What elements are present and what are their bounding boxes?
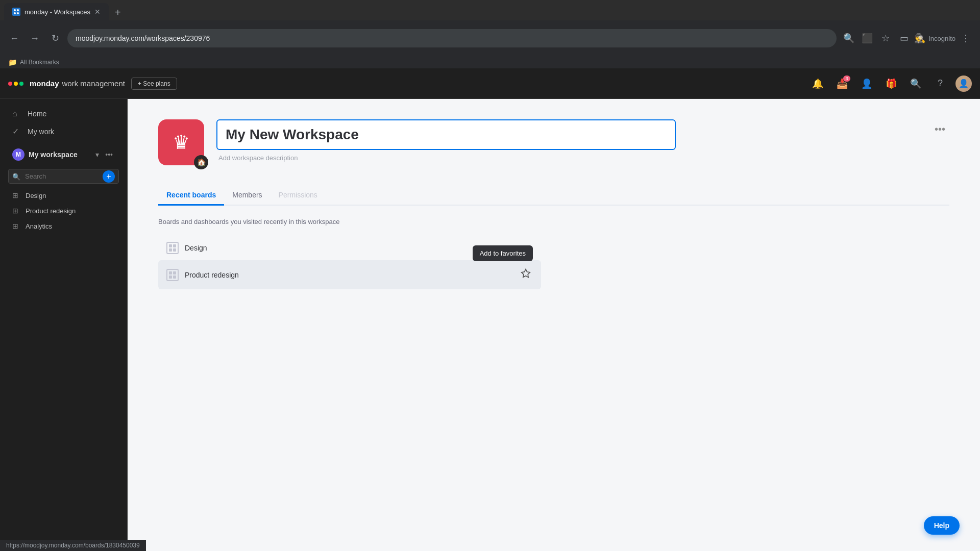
sidebar-item-my-work[interactable]: ✓ My work xyxy=(4,122,123,140)
sidebar: ⌂ Home ✓ My work M My workspace ▾ ••• 🔍 … xyxy=(0,99,128,551)
svg-point-1 xyxy=(17,9,19,11)
my-work-icon: ✓ xyxy=(12,127,22,136)
back-button[interactable]: ← xyxy=(6,30,22,46)
home-icon: ⌂ xyxy=(12,109,22,118)
workspace-avatar: M xyxy=(12,148,24,161)
chrome-menu-btn[interactable]: ⋮ xyxy=(958,30,974,46)
browser-chrome: monday - Workspaces ✕ + ← → ↻ moodjoy.mo… xyxy=(0,0,980,68)
svg-point-2 xyxy=(14,12,16,14)
app-header: monday work management + See plans 🔔 📥 3… xyxy=(0,68,980,99)
board-actions: Add to favorites xyxy=(519,266,533,283)
workspace-header[interactable]: M My workspace ▾ ••• xyxy=(4,144,123,165)
gift-button[interactable]: 🎁 xyxy=(882,74,900,93)
tab-members[interactable]: Members xyxy=(224,186,270,206)
workspace-name-label: My workspace xyxy=(29,151,91,159)
crown-icon: ♛ xyxy=(173,131,190,154)
see-plans-button[interactable]: + See plans xyxy=(131,78,177,90)
design-board-icon xyxy=(166,242,179,254)
profile-button[interactable]: 👤 xyxy=(857,74,876,93)
avatar[interactable]: 👤 xyxy=(955,76,972,92)
home-badge-icon: 🏠 xyxy=(194,155,208,169)
workspace-info: Add workspace description xyxy=(216,119,918,162)
board-item-product-redesign[interactable]: Product redesign Add to favorites xyxy=(158,260,541,289)
workspace-options-button[interactable]: ••• xyxy=(930,119,949,139)
main-area: ⌂ Home ✓ My work M My workspace ▾ ••• 🔍 … xyxy=(0,99,980,551)
boards-list: Design Product redesign Add to favorites xyxy=(158,236,541,289)
inbox-button[interactable]: 📥 3 xyxy=(833,74,851,93)
board-icon-product: ⊞ xyxy=(12,207,21,215)
sidebar-search-icon: 🔍 xyxy=(12,172,20,180)
svg-point-3 xyxy=(17,12,19,14)
design-board-name: Design xyxy=(185,244,207,252)
content-area: ♛ 🏠 Add workspace description ••• Recent… xyxy=(128,99,980,551)
workspace-section: M My workspace ▾ ••• 🔍 + ⊞ Design ⊞ Prod… xyxy=(0,140,127,238)
browser-tab-active[interactable]: monday - Workspaces ✕ xyxy=(4,3,109,20)
extension-btn[interactable]: ⬛ xyxy=(859,30,875,46)
add-board-button[interactable]: + xyxy=(103,170,115,183)
app-logo: monday work management xyxy=(30,79,125,88)
board-icon-design: ⊞ xyxy=(12,191,21,199)
sidebar-item-home[interactable]: ⌂ Home xyxy=(4,105,123,122)
tab-close-btn[interactable]: ✕ xyxy=(94,8,101,16)
help-button[interactable]: Help xyxy=(924,516,960,535)
sidebar-item-product-redesign[interactable]: ⊞ Product redesign xyxy=(4,203,123,218)
tabs-bar: Recent boards Members Permissions xyxy=(158,186,949,206)
bookmarks-bar-label: All Bookmarks xyxy=(20,59,59,66)
status-bar: https://moodjoy.monday.com/boards/183045… xyxy=(0,540,146,551)
svg-point-0 xyxy=(14,9,16,11)
inbox-badge: 3 xyxy=(843,76,850,82)
workspace-title-input[interactable] xyxy=(216,119,676,150)
tab-favicon xyxy=(12,8,20,16)
incognito-indicator: 🕵 Incognito xyxy=(914,33,955,44)
product-board-icon xyxy=(166,269,179,281)
search-header-button[interactable]: 🔍 xyxy=(906,74,925,93)
search-btn[interactable]: 🔍 xyxy=(841,30,857,46)
favorite-button[interactable] xyxy=(519,266,533,283)
chevron-down-icon: ▾ xyxy=(95,151,99,159)
sidebar-item-design[interactable]: ⊞ Design xyxy=(4,188,123,203)
forward-button[interactable]: → xyxy=(27,30,43,46)
svg-marker-4 xyxy=(522,269,530,278)
workspace-header-area: ♛ 🏠 Add workspace description ••• xyxy=(158,119,949,165)
board-icon-analytics: ⊞ xyxy=(12,222,21,230)
url-text: moodjoy.monday.com/workspaces/230976 xyxy=(76,34,210,42)
refresh-button[interactable]: ↻ xyxy=(47,30,63,46)
logo-dots xyxy=(8,82,23,86)
workspace-more-btn[interactable]: ••• xyxy=(103,149,115,160)
notifications-button[interactable]: 🔔 xyxy=(808,74,827,93)
sidebar-toggle-btn[interactable]: ▭ xyxy=(896,30,912,46)
tab-permissions: Permissions xyxy=(271,186,326,206)
tab-recent-boards[interactable]: Recent boards xyxy=(158,186,224,206)
sidebar-item-analytics[interactable]: ⊞ Analytics xyxy=(4,218,123,234)
address-bar[interactable]: moodjoy.monday.com/workspaces/230976 xyxy=(67,29,837,47)
new-tab-button[interactable]: + xyxy=(111,5,125,20)
help-header-button[interactable]: ? xyxy=(931,74,949,93)
workspace-logo: ♛ 🏠 xyxy=(158,119,204,165)
workspace-description: Add workspace description xyxy=(216,154,918,162)
app-layout: monday work management + See plans 🔔 📥 3… xyxy=(0,68,980,551)
boards-description: Boards and dashboards you visited recent… xyxy=(158,218,949,226)
board-item-design[interactable]: Design xyxy=(158,236,541,260)
bookmark-btn[interactable]: ☆ xyxy=(877,30,894,46)
tab-title: monday - Workspaces xyxy=(24,8,90,16)
product-redesign-board-name: Product redesign xyxy=(185,271,239,279)
